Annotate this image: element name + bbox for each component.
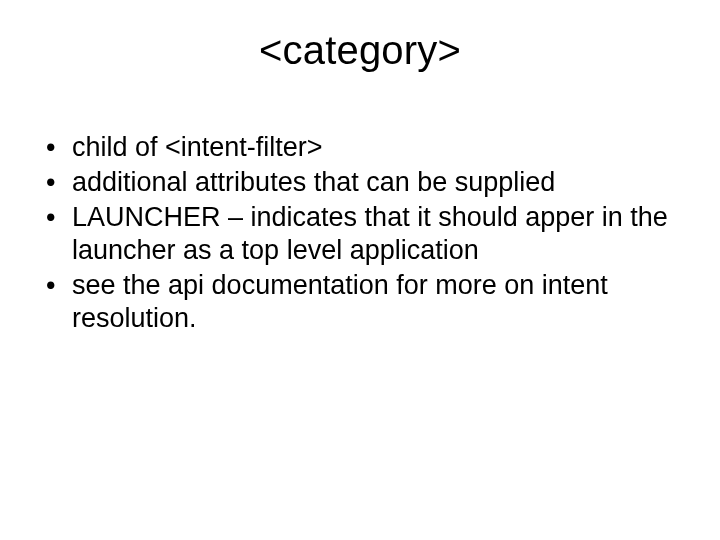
list-item: LAUNCHER – indicates that it should appe… [42, 201, 678, 267]
slide-body: child of <intent-filter> additional attr… [36, 131, 684, 335]
list-item: see the api documentation for more on in… [42, 269, 678, 335]
list-item: additional attributes that can be suppli… [42, 166, 678, 199]
slide-title: <category> [36, 28, 684, 73]
list-item: child of <intent-filter> [42, 131, 678, 164]
bullet-list: child of <intent-filter> additional attr… [42, 131, 678, 335]
slide: <category> child of <intent-filter> addi… [0, 0, 720, 540]
